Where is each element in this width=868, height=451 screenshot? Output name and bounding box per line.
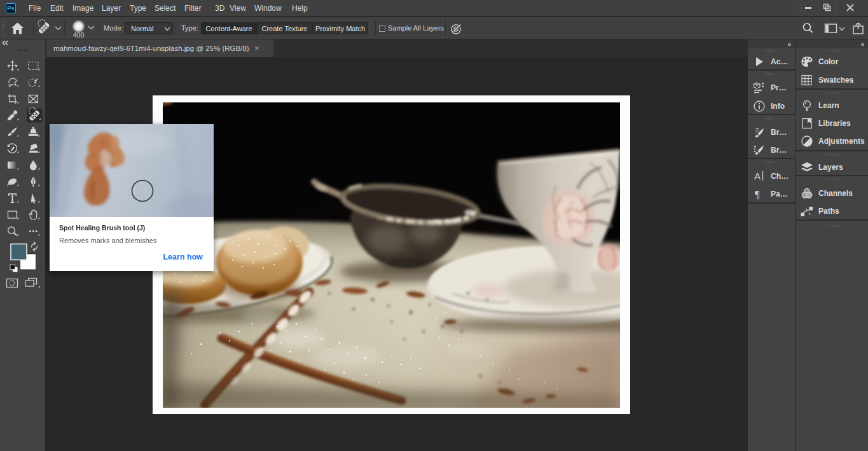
svg-text:A: A bbox=[754, 170, 761, 181]
svg-text:¶: ¶ bbox=[755, 188, 760, 200]
